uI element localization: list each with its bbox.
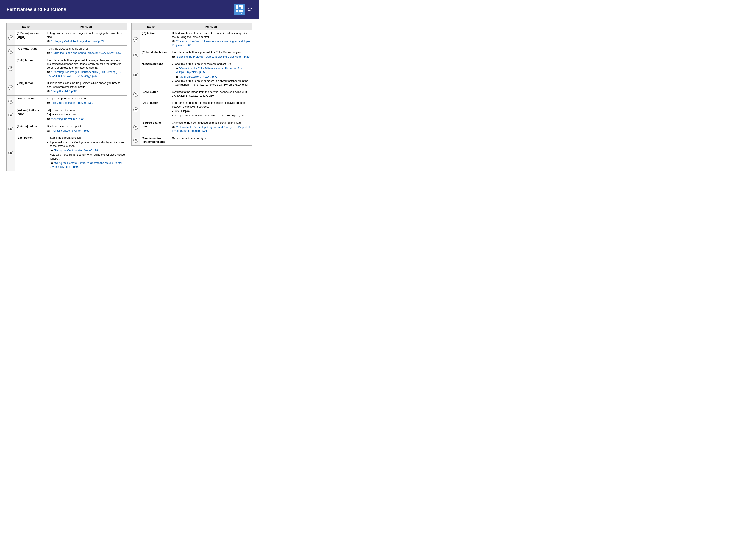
row-number: 15: [7, 45, 15, 57]
main-content: Name Function 14[E-Zoom] buttons [⊕][⊖]E…: [0, 19, 258, 175]
table-row: 24Numeric buttonsUse this button to ente…: [132, 61, 252, 89]
item-name: [Color Mode] button: [140, 49, 170, 61]
func-text: Hold down this button and press the nume…: [172, 32, 250, 39]
func-text: [⊳] Increases the volume.: [47, 113, 125, 117]
item-name: [A/V Mute] button: [15, 45, 45, 57]
ref-link[interactable]: ☎ "Using the Help" p.97: [47, 89, 125, 93]
table-row: 25[LAN] buttonSwitches to the image from…: [132, 89, 252, 100]
table-row: 26[USB] buttonEach time the button is pr…: [132, 100, 252, 120]
row-number: 24: [132, 61, 140, 89]
list-item: Acts as a mouse's right button when usin…: [50, 153, 125, 161]
func-text: Displays and closes the Help screen whic…: [47, 81, 125, 89]
ref-link[interactable]: ☎ "Automatically Detect Input Signals an…: [172, 126, 250, 133]
ref-link[interactable]: ☎ "Using the Configuration Menu" p.76: [50, 149, 125, 153]
ref-link[interactable]: ☎ "Selecting the Projection Quality (Sel…: [172, 55, 250, 59]
item-function: Switches to the image from the network c…: [170, 89, 252, 100]
func-text: Turns the video and audio on or off.: [47, 47, 125, 51]
ref-link[interactable]: ☎ "Setting Password Protect" p.71: [176, 75, 250, 79]
item-function: Displays and closes the Help screen whic…: [45, 80, 127, 96]
row-number: 25: [132, 89, 140, 100]
row-number: 23: [132, 49, 140, 61]
ref-link[interactable]: ☎ "Adjusting the Volume" p.42: [47, 117, 125, 121]
row-number: 27: [132, 120, 140, 135]
right-table: Name Function 22[ID] buttonHold down thi…: [131, 23, 252, 145]
row-number: 17: [7, 80, 15, 96]
table-row: 16[Split] buttonEach time the button is …: [7, 57, 127, 80]
table-row: 20[Pointer] buttonDisplays the on-screen…: [7, 123, 127, 135]
item-name: [ID] button: [140, 30, 170, 49]
item-function: Outputs remote control signals.: [170, 135, 252, 145]
ref-link[interactable]: ☎ "Hiding the Image and Sound Temporaril…: [47, 51, 125, 55]
item-function: Stops the current function.If pressed wh…: [45, 135, 127, 171]
row-number: 16: [7, 57, 15, 80]
func-text: [⊲] Decreases the volume.: [47, 109, 125, 113]
item-name: [Pointer] button: [15, 123, 45, 135]
page-header: Part Names and Functions TOP 17: [0, 0, 258, 19]
table-row: 19[Volume] buttons [⊲][⊳][⊲] Decreases t…: [7, 107, 127, 123]
row-number: 28: [132, 135, 140, 145]
func-text: Each time the button is pressed, the Col…: [172, 51, 250, 55]
row-number: 20: [7, 123, 15, 135]
list-item: Use this button to enter numbers in Netw…: [175, 79, 250, 87]
list-item: Stops the current function.: [50, 136, 125, 140]
row-number: 19: [7, 107, 15, 123]
left-name-header: Name: [7, 23, 45, 30]
func-text: Enlarges or reduces the image without ch…: [47, 32, 125, 39]
table-row: 21[Esc] buttonStops the current function…: [7, 135, 127, 171]
ref-link[interactable]: ☎ "Projecting Two Images Simultaneously …: [47, 70, 125, 78]
item-name: [Freeze] button: [15, 95, 45, 107]
row-number: 21: [7, 135, 15, 171]
func-text: Switches to the image from the network c…: [172, 90, 250, 98]
row-number: 18: [7, 95, 15, 107]
item-function: Displays the on-screen pointer.☎ "Pointe…: [45, 123, 127, 135]
ref-link[interactable]: ☎ "Pointer Function (Pointer)" p.61: [47, 129, 125, 133]
table-row: 18[Freeze] buttonImages are paused or un…: [7, 95, 127, 107]
func-text: Changes to the next input source that is…: [172, 121, 250, 125]
header-right: TOP 17: [234, 4, 252, 15]
left-function-header: Function: [45, 23, 127, 30]
func-text: Displays the on-screen pointer.: [47, 124, 125, 128]
ref-link[interactable]: ☎ "Freezing the Image (Freeze)" p.61: [47, 101, 125, 105]
table-row: 28Remote control light-emitting areaOutp…: [132, 135, 252, 145]
list-item: Use this button to enter passwords and s…: [175, 62, 250, 66]
left-table-container: Name Function 14[E-Zoom] buttons [⊕][⊖]E…: [7, 23, 127, 171]
top-logo: TOP: [234, 4, 245, 15]
item-function: Enlarges or reduces the image without ch…: [45, 30, 127, 46]
page-title: Part Names and Functions: [7, 7, 67, 12]
row-number: 14: [7, 30, 15, 46]
table-row: 23[Color Mode] buttonEach time the butto…: [132, 49, 252, 61]
item-function: Changes to the next input source that is…: [170, 120, 252, 135]
func-text: Images are paused or unpaused.: [47, 97, 125, 101]
item-function: Each time the button is pressed, the ima…: [45, 57, 127, 80]
item-name: [Esc] button: [15, 135, 45, 171]
item-function: Turns the video and audio on or off.☎ "H…: [45, 45, 127, 57]
item-name: [E-Zoom] buttons [⊕][⊖]: [15, 30, 45, 46]
item-name: [Volume] buttons [⊲][⊳]: [15, 107, 45, 123]
item-function: Images are paused or unpaused.☎ "Freezin…: [45, 95, 127, 107]
item-function: Use this button to enter passwords and s…: [170, 61, 252, 89]
item-name: [Split] button: [15, 57, 45, 80]
right-function-header: Function: [170, 23, 252, 30]
func-text: Each time the button is pressed, the ima…: [47, 59, 125, 70]
ref-link[interactable]: ☎ "Correcting the Color Difference when …: [172, 39, 250, 47]
ref-link[interactable]: ☎ "Using the Remote Control to Operate t…: [50, 161, 125, 169]
top-label: TOP: [237, 13, 242, 15]
ref-link[interactable]: ☎ "Correcting the Color Difference when …: [176, 67, 250, 74]
row-number: 22: [132, 30, 140, 49]
func-text: Each time the button is pressed, the ima…: [172, 101, 250, 109]
list-item: If pressed when the Configuration menu i…: [50, 140, 125, 148]
table-row: 22[ID] buttonHold down this button and p…: [132, 30, 252, 49]
table-row: 15[A/V Mute] buttonTurns the video and a…: [7, 45, 127, 57]
item-name: [LAN] button: [140, 89, 170, 100]
right-table-container: Name Function 22[ID] buttonHold down thi…: [131, 23, 252, 171]
item-function: Each time the button is pressed, the ima…: [170, 100, 252, 120]
row-number: 26: [132, 100, 140, 120]
item-name: Numeric buttons: [140, 61, 170, 89]
list-item: USB Display: [175, 109, 250, 113]
table-row: 27[Source Search] buttonChanges to the n…: [132, 120, 252, 135]
table-row: 14[E-Zoom] buttons [⊕][⊖]Enlarges or red…: [7, 30, 127, 46]
item-name: Remote control light-emitting area: [140, 135, 170, 145]
item-name: [Source Search] button: [140, 120, 170, 135]
right-name-header: Name: [132, 23, 170, 30]
ref-link[interactable]: ☎ "Enlarging Part of the Image (E-Zoom)"…: [47, 39, 125, 43]
